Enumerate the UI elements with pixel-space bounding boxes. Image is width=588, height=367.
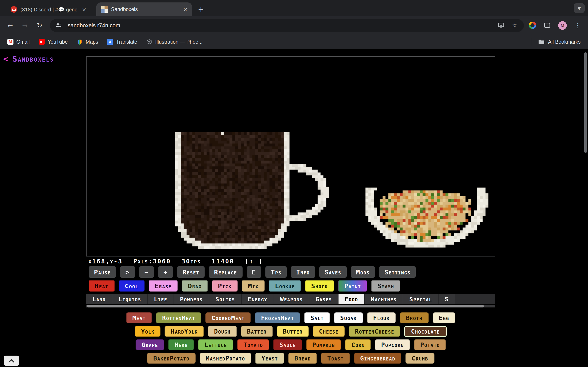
category-tab-gases[interactable]: Gases <box>309 294 338 304</box>
element-button-cookedmeat[interactable]: CookedMeat <box>205 312 251 323</box>
element-button-popcorn[interactable]: Popcorn <box>375 339 410 350</box>
element-button-butter[interactable]: Butter <box>277 326 309 337</box>
browser-tab-0[interactable]: 318(318) Discord | #💬-general× <box>6 2 91 16</box>
bookmark-youtube[interactable]: YouTube <box>39 39 68 45</box>
category-tab-machines[interactable]: Machines <box>365 294 403 304</box>
control-button-tps[interactable]: Tps <box>265 266 287 278</box>
google-icon[interactable] <box>529 22 536 29</box>
element-button-yolk[interactable]: Yolk <box>135 326 161 337</box>
tool-button-drag[interactable]: Drag <box>182 280 208 292</box>
control-button-zoom-in[interactable]: + <box>158 266 173 278</box>
element-button-salt[interactable]: Salt <box>304 312 330 323</box>
element-button-broth[interactable]: Broth <box>400 312 429 323</box>
bookmark-maps[interactable]: Maps <box>77 39 98 45</box>
element-button-pumpkin[interactable]: Pumpkin <box>306 339 341 350</box>
control-button-saves[interactable]: Saves <box>319 266 346 278</box>
sandboxels-page: < Sandboxels x168,y-3 Pxls:3060 30tps 11… <box>0 49 588 367</box>
new-tab-button[interactable]: + <box>195 3 207 15</box>
all-bookmarks[interactable]: All Bookmarks <box>531 38 581 45</box>
bookmark-star-icon[interactable]: ☆ <box>510 20 520 30</box>
element-button-mashedpotato[interactable]: MashedPotato <box>200 353 251 364</box>
element-button-lettuce[interactable]: Lettuce <box>198 339 233 350</box>
element-button-flour[interactable]: Flour <box>367 312 396 323</box>
element-button-sauce[interactable]: Sauce <box>273 339 302 350</box>
element-button-crumb[interactable]: Crumb <box>406 353 434 364</box>
category-tab-food[interactable]: Food <box>338 294 365 304</box>
game-canvas[interactable] <box>86 56 495 257</box>
category-tab-weapons[interactable]: Weapons <box>274 294 309 304</box>
bookmark-gmail[interactable]: MGmail <box>7 39 30 45</box>
tool-button-mix[interactable]: Mix <box>242 280 265 292</box>
element-button-gingerbread[interactable]: Gingerbread <box>354 353 402 364</box>
element-button-frozenmeat[interactable]: FrozenMeat <box>255 312 300 323</box>
google-icon-center <box>530 23 535 27</box>
element-button-rottenmeat[interactable]: RottenMeat <box>156 312 201 323</box>
control-button-info[interactable]: Info <box>291 266 315 278</box>
bookmark-illustration-phoe[interactable]: Illustration — Phoe... <box>146 39 203 45</box>
category-scrollbar[interactable] <box>86 305 495 308</box>
page-scrollbar[interactable] <box>584 52 587 153</box>
element-button-chocolate[interactable]: Chocolate <box>405 326 447 337</box>
element-button-bread[interactable]: Bread <box>288 353 317 364</box>
category-tab-energy[interactable]: Energy <box>242 294 274 304</box>
bookmark-translate[interactable]: ATranslate <box>107 39 137 45</box>
forward-button[interactable]: → <box>19 19 31 31</box>
element-button-meat[interactable]: Meat <box>126 312 152 323</box>
element-button-egg[interactable]: Egg <box>433 312 455 323</box>
profile-avatar[interactable]: M <box>558 21 567 30</box>
element-button-cheese[interactable]: Cheese <box>313 326 345 337</box>
menu-icon[interactable]: ⋮ <box>573 20 583 30</box>
category-tab-life[interactable]: Life <box>148 294 174 304</box>
element-button-batter[interactable]: Batter <box>241 326 273 337</box>
close-icon[interactable]: × <box>182 6 189 13</box>
element-button-toast[interactable]: Toast <box>321 353 350 364</box>
element-button-potato[interactable]: Potato <box>414 339 446 350</box>
category-scrollbar-thumb[interactable] <box>87 305 484 308</box>
element-button-dough[interactable]: Dough <box>208 326 237 337</box>
back-button[interactable]: ← <box>4 19 16 31</box>
tool-button-paint[interactable]: Paint <box>338 280 367 292</box>
tool-button-cool[interactable]: Cool <box>119 280 145 292</box>
control-button-mods[interactable]: Mods <box>351 266 375 278</box>
side-panel-icon[interactable] <box>542 20 552 30</box>
simulation-canvas[interactable] <box>86 57 495 255</box>
browser-tab-1[interactable]: Sandboxels× <box>96 2 192 16</box>
tool-button-smash[interactable]: Smash <box>371 280 400 292</box>
element-button-bakedpotato[interactable]: BakedPotato <box>147 353 196 364</box>
element-button-rottencheese[interactable]: RottenCheese <box>349 326 400 337</box>
tool-button-shock[interactable]: Shock <box>305 280 334 292</box>
category-tab-special[interactable]: Special <box>403 294 439 304</box>
element-button-corn[interactable]: Corn <box>345 339 371 350</box>
site-info-icon[interactable] <box>54 20 64 30</box>
element-button-hardyolk[interactable]: HardYolk <box>165 326 204 337</box>
control-button-pause[interactable]: Pause <box>89 266 116 278</box>
category-tab-s[interactable]: S <box>439 294 455 304</box>
element-button-grape[interactable]: Grape <box>135 339 164 350</box>
category-tab-solids[interactable]: Solids <box>209 294 242 304</box>
control-button-reset[interactable]: Reset <box>177 266 205 278</box>
control-button-step[interactable]: > <box>120 266 135 278</box>
address-bar[interactable]: sandboxels.r74n.com ☆ <box>50 19 524 32</box>
tool-button-lookup[interactable]: Lookup <box>269 280 301 292</box>
category-tab-liquids[interactable]: Liquids <box>112 294 148 304</box>
bookmark-label: Illustration — Phoe... <box>155 39 203 45</box>
control-button-settings[interactable]: Settings <box>379 266 416 278</box>
close-icon[interactable]: × <box>81 6 87 13</box>
element-button-yeast[interactable]: Yeast <box>255 353 284 364</box>
category-tab-powders[interactable]: Powders <box>174 294 209 304</box>
tool-button-heat[interactable]: Heat <box>89 280 114 292</box>
control-button-replace[interactable]: Replace <box>209 266 242 278</box>
back-link[interactable]: < <box>3 54 9 63</box>
tab-search-button[interactable]: ▼ <box>574 3 585 13</box>
control-button-e[interactable]: E <box>246 266 261 278</box>
element-button-tomato[interactable]: Tomato <box>237 339 269 350</box>
reload-button[interactable]: ↻ <box>34 19 46 31</box>
tool-button-pick[interactable]: Pick <box>212 280 238 292</box>
tool-button-erase[interactable]: Erase <box>149 280 178 292</box>
element-button-sugar[interactable]: Sugar <box>334 312 363 323</box>
element-button-herb[interactable]: Herb <box>168 339 194 350</box>
collapse-menu-button[interactable] <box>4 356 19 366</box>
control-button-zoom-out[interactable]: − <box>139 266 154 278</box>
category-tab-land[interactable]: Land <box>86 294 112 304</box>
install-icon[interactable] <box>496 20 506 30</box>
